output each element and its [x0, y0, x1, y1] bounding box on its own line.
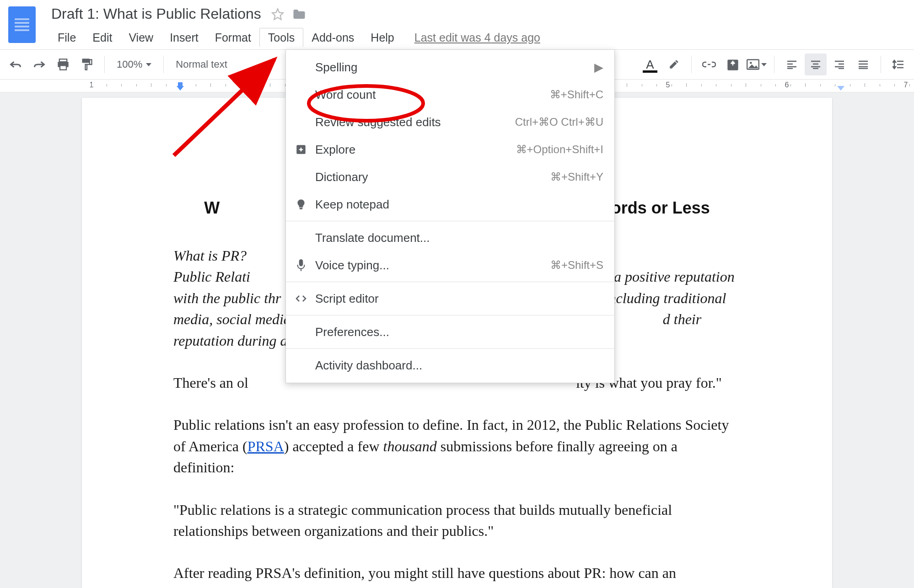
align-left-button[interactable]	[781, 53, 803, 75]
ruler-tick	[210, 83, 211, 87]
menu-item-label: Voice typing...	[315, 258, 550, 273]
header: Draft 1: What is Public Relations File E…	[0, 0, 914, 49]
code-icon	[294, 292, 308, 305]
redo-button[interactable]	[28, 53, 50, 75]
menu-item-label: Preferences...	[315, 325, 603, 339]
ruler-tick	[656, 84, 657, 86]
last-edit-link[interactable]: Last edit was 4 days ago	[414, 31, 540, 44]
print-button[interactable]	[52, 53, 74, 75]
menu-item-label: Word count	[315, 88, 550, 102]
menu-item-explore[interactable]: Explore ⌘+Option+Shift+I	[286, 136, 614, 163]
menu-item-shortcut: ⌘+Shift+Y	[550, 171, 603, 183]
ruler-tick	[196, 84, 196, 86]
indent-marker[interactable]	[177, 86, 184, 91]
menu-edit[interactable]: Edit	[84, 28, 120, 47]
menu-item-label: Explore	[315, 143, 516, 157]
menu-item-dictionary[interactable]: Dictionary ⌘+Shift+Y	[286, 163, 614, 191]
menu-item-label: Review suggested edits	[315, 115, 515, 129]
title-area: Draft 1: What is Public Relations File E…	[49, 5, 914, 47]
style-value: Normal text	[176, 59, 227, 70]
menu-item-activity-dashboard[interactable]: Activity dashboard...	[286, 352, 614, 379]
toolbar-separator	[691, 56, 692, 73]
insert-image-button[interactable]	[746, 53, 768, 75]
para3-italic: thousand	[383, 438, 436, 454]
menu-item-label: Script editor	[315, 292, 603, 306]
paint-format-button[interactable]	[76, 53, 98, 75]
ruler-tick	[805, 83, 806, 87]
paragraph-style-select[interactable]: Normal text	[170, 53, 253, 75]
para5: After reading PRSA's definition, you mig…	[173, 562, 741, 588]
ruler-tick-label: 6	[785, 81, 789, 89]
ruler-tick	[121, 84, 122, 86]
para3-fragment: ) accepted a few	[284, 438, 383, 454]
menu-bar: File Edit View Insert Format Tools Add-o…	[49, 28, 914, 47]
menu-item-label: Activity dashboard...	[315, 358, 603, 373]
menu-item-label: Spelling	[315, 60, 590, 75]
menu-view[interactable]: View	[120, 28, 161, 47]
menu-item-review-edits[interactable]: Review suggested edits Ctrl+⌘O Ctrl+⌘U	[286, 108, 614, 136]
ruler-tick	[880, 84, 880, 86]
toolbar-separator	[774, 56, 774, 73]
menu-file[interactable]: File	[49, 28, 84, 47]
menu-item-shortcut: ⌘+Shift+S	[550, 259, 603, 272]
margin-marker[interactable]	[837, 86, 844, 91]
zoom-value: 100%	[117, 59, 142, 70]
menu-item-voice-typing[interactable]: Voice typing... ⌘+Shift+S	[286, 251, 614, 279]
menu-item-word-count[interactable]: Word count ⌘+Shift+C	[286, 81, 614, 108]
align-right-button[interactable]	[828, 53, 850, 75]
prsa-link[interactable]: PRSA	[247, 438, 284, 454]
menu-help[interactable]: Help	[362, 28, 402, 47]
insert-comment-button[interactable]	[722, 53, 744, 75]
caret-down-icon	[761, 63, 767, 66]
menu-item-spelling[interactable]: Spelling ▶	[286, 53, 614, 81]
toolbar-separator	[104, 56, 105, 73]
menu-item-label: Translate document...	[315, 231, 603, 245]
menu-tools[interactable]: Tools	[259, 28, 303, 47]
menu-separator	[286, 282, 614, 282]
heading-fragment: W	[204, 198, 220, 217]
menu-item-translate[interactable]: Translate document...	[286, 224, 614, 251]
line-spacing-button[interactable]	[887, 53, 909, 75]
menu-item-label: Dictionary	[315, 170, 550, 184]
zoom-select[interactable]: 100%	[111, 53, 157, 75]
text-color-letter: A	[646, 58, 654, 72]
menu-item-keep-notepad[interactable]: Keep notepad	[286, 191, 614, 218]
ruler-tick	[746, 83, 746, 87]
menu-item-shortcut: ⌘+Shift+C	[550, 88, 603, 101]
menu-item-shortcut: Ctrl+⌘O Ctrl+⌘U	[515, 116, 603, 128]
ruler-tick	[761, 84, 761, 86]
ruler-tick	[91, 83, 92, 87]
svg-rect-33	[300, 208, 303, 209]
menu-item-preferences[interactable]: Preferences...	[286, 318, 614, 346]
svg-marker-0	[272, 9, 283, 19]
document-title[interactable]: Draft 1: What is Public Relations	[49, 5, 263, 23]
text-color-swatch	[643, 70, 657, 73]
folder-icon[interactable]	[292, 8, 306, 20]
ruler-tick	[909, 84, 910, 86]
menu-insert[interactable]: Insert	[161, 28, 207, 47]
undo-button[interactable]	[5, 53, 27, 75]
menu-separator	[286, 315, 614, 315]
ruler-tick	[255, 84, 256, 86]
ruler-tick	[790, 84, 791, 86]
docs-logo-icon[interactable]	[8, 6, 36, 43]
svg-point-11	[750, 62, 752, 64]
menu-addons[interactable]: Add-ons	[303, 28, 362, 47]
para1-fragment: Public Relati	[173, 268, 250, 285]
text-color-button[interactable]: A	[639, 53, 661, 75]
insert-link-button[interactable]	[698, 53, 720, 75]
menu-separator	[286, 221, 614, 221]
ruler-tick	[166, 84, 167, 86]
align-center-button[interactable]	[805, 53, 827, 75]
ruler-tick	[835, 84, 835, 86]
ruler-tick	[226, 84, 226, 86]
ruler-tick	[181, 84, 181, 86]
svg-rect-3	[60, 65, 66, 69]
menu-item-script-editor[interactable]: Script editor	[286, 285, 614, 312]
star-icon[interactable]	[271, 8, 284, 21]
align-justify-button[interactable]	[852, 53, 874, 75]
ruler-tick	[107, 84, 107, 86]
highlight-button[interactable]	[663, 53, 685, 75]
explore-icon	[294, 143, 308, 156]
menu-format[interactable]: Format	[207, 28, 259, 47]
